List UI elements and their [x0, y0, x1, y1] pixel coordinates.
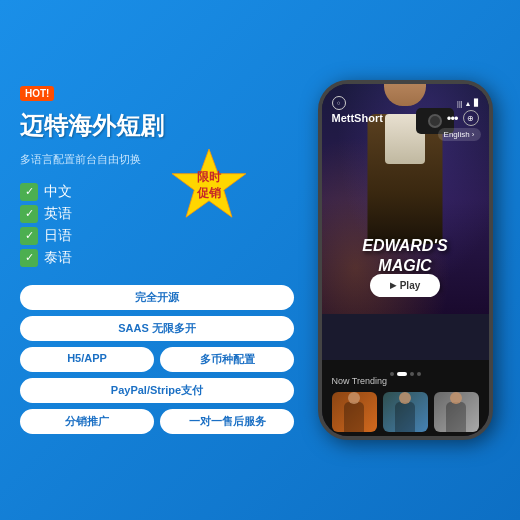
- feature-open-source: 完全开源: [20, 285, 294, 310]
- thumb-1-person: [344, 402, 364, 432]
- feature-aftersales: 一对一售后服务: [160, 409, 294, 434]
- trending-label: Now Trending: [332, 376, 479, 386]
- main-container: HOT! 迈特海外短剧 多语言配置前台自由切换 ✓ 中文 ✓ 英语 ✓ 日语 ✓…: [0, 0, 520, 520]
- check-icon-th: ✓: [20, 249, 38, 267]
- language-selector[interactable]: English ›: [438, 128, 481, 141]
- play-label: Play: [400, 280, 421, 291]
- dot-2-active: [397, 372, 407, 376]
- thumb-1-head: [348, 392, 360, 404]
- title-row: 迈特海外短剧: [20, 113, 294, 139]
- header-right-icons: ••• ⊕: [447, 110, 479, 126]
- lang-label-ja: 日语: [44, 227, 72, 245]
- lang-label-en: 英语: [44, 205, 72, 223]
- thumb-3[interactable]: [434, 392, 479, 432]
- feature-distribution: 分销推广: [20, 409, 154, 434]
- play-button-area: ▶ Play: [322, 274, 489, 297]
- thumb-3-person: [446, 402, 466, 432]
- app-header-row: MettShort ••• ⊕: [322, 110, 489, 126]
- languages-list: ✓ 中文 ✓ 英语 ✓ 日语 ✓ 泰语: [20, 183, 294, 267]
- phone-device: EDWARD'S MAGIC CAMERA ▶ Play: [318, 80, 493, 440]
- trending-thumbs: [332, 392, 479, 432]
- main-title: 迈特海外短剧: [20, 113, 164, 139]
- wifi-icon: ▲: [465, 100, 472, 107]
- menu-dots-icon[interactable]: •••: [447, 111, 458, 126]
- phone-content: EDWARD'S MAGIC CAMERA ▶ Play: [322, 84, 489, 436]
- lang-item-zh: ✓ 中文: [20, 183, 294, 201]
- thumb-2-person: [395, 402, 415, 432]
- phone-top-row: ○ ||| ▲ ▊: [322, 96, 489, 110]
- dot-4: [417, 372, 421, 376]
- language-label: English: [444, 130, 470, 139]
- battery-icon: ▊: [474, 99, 479, 107]
- app-name: MettShort: [332, 112, 383, 124]
- features-grid: 完全开源 SAAS 无限多开 H5/APP 多币种配置 PayPal/Strip…: [20, 285, 294, 434]
- phone-wrapper: EDWARD'S MAGIC CAMERA ▶ Play: [310, 80, 500, 440]
- signal-bars: |||: [457, 100, 462, 107]
- play-button[interactable]: ▶ Play: [370, 274, 441, 297]
- language-arrow-icon: ›: [472, 130, 475, 139]
- profile-symbol: ⊕: [467, 114, 474, 123]
- left-panel: HOT! 迈特海外短剧 多语言配置前台自由切换 ✓ 中文 ✓ 英语 ✓ 日语 ✓…: [20, 86, 294, 433]
- drama-title-line1: EDWARD'S: [322, 236, 489, 255]
- feature-h5app: H5/APP: [20, 347, 154, 372]
- lang-item-th: ✓ 泰语: [20, 249, 294, 267]
- thumb-2-head: [399, 392, 411, 404]
- profile-icon[interactable]: ⊕: [463, 110, 479, 126]
- subtitle: 多语言配置前台自由切换: [20, 152, 294, 167]
- now-trending-section: Now Trending: [322, 360, 489, 436]
- circle-icon: ○: [337, 100, 341, 106]
- thumb-1[interactable]: [332, 392, 377, 432]
- dot-1: [390, 372, 394, 376]
- drama-title-line2: MAGIC: [322, 256, 489, 275]
- lang-item-ja: ✓ 日语: [20, 227, 294, 245]
- circle-button[interactable]: ○: [332, 96, 346, 110]
- feature-multi-currency: 多币种配置: [160, 347, 294, 372]
- check-icon-ja: ✓: [20, 227, 38, 245]
- language-selector-area: English ›: [438, 128, 481, 141]
- lang-label-zh: 中文: [44, 183, 72, 201]
- play-triangle-icon: ▶: [390, 281, 396, 290]
- dot-3: [410, 372, 414, 376]
- thumb-2[interactable]: [383, 392, 428, 432]
- check-icon-en: ✓: [20, 205, 38, 223]
- check-icon-zh: ✓: [20, 183, 38, 201]
- feature-saas: SAAS 无限多开: [20, 316, 294, 341]
- lang-label-th: 泰语: [44, 249, 72, 267]
- feature-payment: PayPal/Stripe支付: [20, 378, 294, 403]
- thumb-3-head: [450, 392, 462, 404]
- status-icons: ||| ▲ ▊: [457, 99, 478, 107]
- lang-item-en: ✓ 英语: [20, 205, 294, 223]
- hot-badge: HOT!: [20, 86, 54, 101]
